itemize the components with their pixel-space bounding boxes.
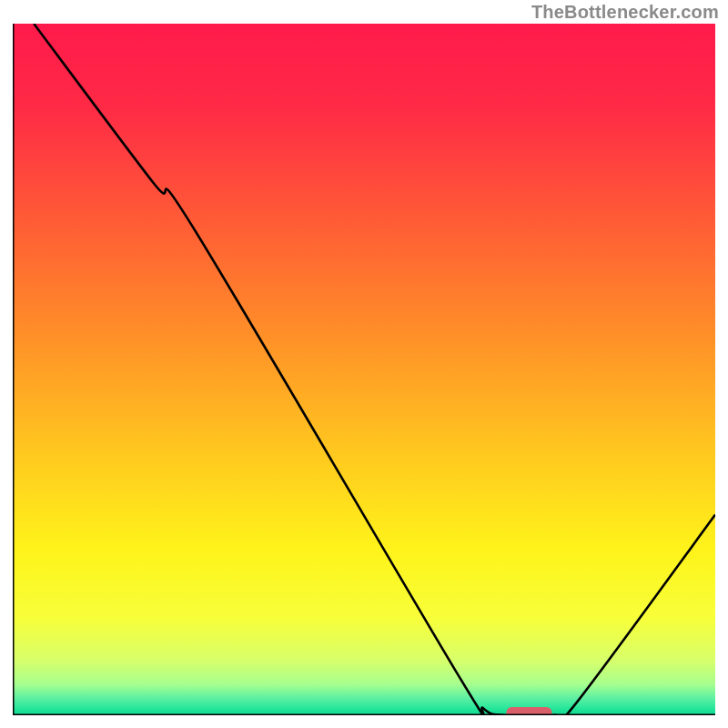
chart-container: TheBottlenecker.com xyxy=(0,0,728,728)
bottleneck-chart xyxy=(13,24,715,715)
attribution-label: TheBottlenecker.com xyxy=(531,2,719,23)
plot-area xyxy=(13,24,715,715)
gradient-background xyxy=(13,24,715,715)
